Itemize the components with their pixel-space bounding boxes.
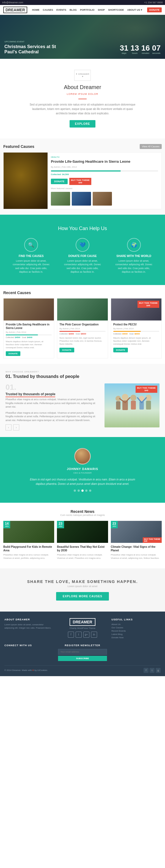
navbar: DREAMER HOME CAUSES EVENTS BLOG PORTFOLI… — [0, 5, 165, 15]
nav-portfolio[interactable]: PORTFOLIO — [80, 8, 94, 11]
footer-empty-col — [111, 644, 161, 661]
about-subtitle: LOREM IPSUM DOLOR — [5, 93, 160, 95]
footer-link-about[interactable]: About Us — [111, 623, 161, 626]
footer-tagline: Charity WordPress Theme — [58, 627, 107, 629]
bottom-twitter-icon[interactable]: t — [149, 668, 155, 673]
countdown-seconds-value: 07 — [152, 44, 161, 52]
testimonial-avatar — [74, 448, 91, 465]
testimonial-dot-3[interactable] — [81, 490, 84, 492]
news-day-2: 23 — [59, 522, 62, 525]
cause-card-1: Provide Life-Saving Healthcare in Sierra… — [3, 298, 54, 359]
nav-causes[interactable]: CAUSES — [43, 8, 53, 11]
about-divider — [78, 99, 87, 99]
google-plus-icon[interactable]: g+ — [83, 631, 89, 638]
nav-shortcode[interactable]: SHORTCODE — [108, 8, 124, 11]
footer: ABOUT DREAMER Lorem ipsum dolor sit amet… — [0, 612, 165, 676]
footer-links-title: USEFUL LINKS — [111, 618, 161, 621]
nav-blog[interactable]: BLOG — [70, 8, 77, 11]
heart-icon: ♥ — [32, 669, 34, 672]
news-article-title-2[interactable]: Beautiful Scenes That May Not Exist by 2… — [57, 545, 108, 552]
testimonial-dot-2[interactable] — [78, 490, 80, 492]
footer-link-donate[interactable]: Donate Now — [111, 636, 161, 639]
footer-bottom-grid: CONNECT WITH US REGISTER NEWSLETTER SUBS… — [4, 644, 161, 661]
featured-progress-fill — [51, 170, 121, 172]
help-find-title: FIND THE CAUSES — [12, 254, 50, 257]
news-text-3: Phasellus vitae magna at arcu cursus vol… — [111, 553, 162, 559]
footer-copy-text: © 2014 Dreamer. Made with — [4, 669, 32, 672]
featured-thumb-3 — [93, 192, 112, 206]
cause-card-2: The Pink Cancer Organization By Admin | … — [57, 298, 108, 359]
why-buy-badge[interactable]: BUY THIS THEME $49 — [136, 385, 157, 393]
footer-link-causes[interactable]: Our Causes — [111, 626, 161, 629]
why-next-button[interactable]: › — [13, 424, 19, 430]
testimonial-text: Etiam in nisl eget orci rhoncus volutpat… — [25, 477, 140, 486]
news-buy-badge[interactable]: BUY THIS THEME $49 — [143, 537, 162, 543]
bottom-facebook-icon[interactable]: f — [143, 668, 148, 673]
cause-progress-1 — [6, 335, 52, 335]
more-featured-label: More featured causes: — [51, 187, 158, 190]
cause-card-3: BUY THIS THEME $49 Protect the PECS! By … — [111, 298, 162, 359]
cause-goal-1: Goal: $4000 — [22, 336, 32, 338]
countdown-hours-label: hours — [131, 52, 139, 55]
footer-links-col: USEFUL LINKS About Us Our Causes Recent … — [111, 618, 161, 640]
cause-stats-1: Collected: $4500 Goal: $4000 — [6, 336, 52, 338]
cause-meta-3: By Admin | Feb 2014 — [113, 328, 159, 330]
testimonial-dot-1[interactable] — [74, 490, 76, 492]
countdown-hours-value: 13 — [131, 44, 139, 52]
featured-thumb-2 — [72, 192, 91, 206]
why-number: 01. — [5, 383, 100, 391]
cause-image-2 — [57, 299, 108, 320]
footer-copy-end: by UiCookies — [34, 669, 47, 672]
cause-donate-btn-1[interactable]: DONATE — [6, 351, 20, 356]
share-icon: 🌍 — [127, 238, 141, 252]
countdown-minutes-value: 16 — [141, 44, 150, 52]
newsletter-subscribe-button[interactable]: SUBSCRIBE — [58, 656, 107, 661]
news-buy-price: $49 — [144, 540, 160, 542]
news-title: Recent News — [3, 509, 162, 514]
news-month-3: JAN — [112, 525, 116, 527]
news-article-title-1[interactable]: Build Playground For Kids in Remote Area — [3, 545, 54, 552]
cause-donate-btn-3[interactable]: DONATE — [113, 348, 128, 352]
twitter-icon[interactable]: t — [76, 631, 82, 638]
causes-grid: Provide Life-Saving Healthcare in Sierra… — [3, 298, 162, 359]
explore-causes-button[interactable]: EXPLORE MORE CAUSES — [56, 592, 109, 600]
why-para-1: Phasellus vitae magna at arcu cursus vol… — [5, 398, 100, 409]
nav-logo[interactable]: DREAMER — [3, 7, 27, 13]
footer-link-events[interactable]: Recent Events — [111, 630, 161, 632]
news-date-1: 14 JAN — [3, 521, 10, 528]
facebook-icon[interactable]: f — [68, 631, 74, 638]
countdown-hours: 13 hours — [131, 44, 139, 55]
news-month-2: JAN — [59, 525, 62, 527]
buy-label-3: BUY THIS THEME — [139, 302, 158, 304]
cause-donate-btn-2[interactable]: DONATE — [59, 348, 74, 352]
why-content: 01. Trusted by thousands of people Phase… — [5, 383, 160, 430]
nav-events[interactable]: EVENTS — [56, 8, 66, 11]
cause-progress-3 — [113, 331, 159, 332]
footer-link-blog[interactable]: Latest Blog — [111, 633, 161, 636]
countdown-minutes: 16 minutes — [141, 44, 150, 55]
featured-donate-button[interactable]: DONATE — [51, 179, 67, 184]
cause-image-3: BUY THIS THEME $49 — [111, 299, 161, 320]
svg-rect-1 — [116, 401, 120, 409]
newsletter-email-input[interactable] — [58, 649, 107, 655]
featured-buy-badge[interactable]: BUY THIS THEME $49 — [69, 178, 91, 185]
about-explore-button[interactable]: EXPLORE — [70, 120, 96, 127]
bottom-google-icon[interactable]: g — [156, 668, 161, 673]
nav-home[interactable]: HOME — [32, 8, 39, 11]
hero-countdown: 31 days 13 hours 16 minutes 07 seconds — [120, 44, 161, 55]
help-find-text: Lorem ipsum dolor sit amet, consectetur … — [12, 259, 50, 274]
news-article-title-3[interactable]: Climate Change: Vital Signs of the Plane… — [111, 545, 162, 552]
news-header: Recent News Cum sociis natoque penatibus… — [3, 509, 162, 517]
about-title: About Dreamer — [5, 84, 160, 90]
why-prev-button[interactable]: ‹ — [5, 424, 11, 430]
cause-buy-badge[interactable]: BUY THIS THEME $49 — [138, 301, 159, 308]
testimonial-dot-4[interactable] — [85, 490, 87, 492]
nav-about[interactable]: ABOUT US ▾ — [127, 8, 142, 11]
news-image-3: 23 JAN BUY THIS THEME $49 — [111, 521, 162, 543]
donate-button[interactable]: DONATE — [147, 7, 162, 12]
view-all-button[interactable]: View All Causes — [140, 144, 162, 149]
nav-shop[interactable]: SHOP — [98, 8, 105, 11]
linkedin-icon[interactable]: in — [91, 631, 97, 638]
help-donate-title: DONATE FOR CAUSE — [63, 254, 102, 257]
testimonial-dot-5[interactable] — [89, 490, 91, 492]
